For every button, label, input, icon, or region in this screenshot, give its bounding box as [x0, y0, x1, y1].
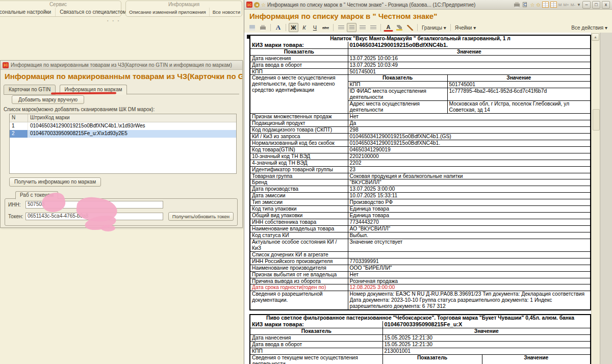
list-item[interactable]: 20104670033950908215Fe_u:X\x1d93y2E5: [10, 130, 236, 138]
titlebar-menu-arrow-icon[interactable]: ▼: [577, 3, 581, 7]
report-cell[interactable]: Наименование производителя: [250, 265, 348, 271]
report-cell[interactable]: Подакцизный продукт: [250, 120, 348, 127]
report-cell[interactable]: Выбыл.: [348, 232, 591, 239]
fill-color-icon[interactable]: [394, 23, 404, 32]
report-cell[interactable]: Код подакцизного товара (СКПТ): [250, 126, 348, 133]
align-justify-icon[interactable]: [368, 23, 378, 32]
scrollbar-thumb[interactable]: [593, 109, 600, 131]
column-header-barcode[interactable]: ШтрихКод марки: [28, 114, 236, 122]
marked-goods-window-titlebar[interactable]: 1C Информация по маркированным товарам и…: [1, 61, 242, 70]
personal-settings-button[interactable]: сональные настройки: [0, 8, 55, 16]
all-actions-menu-button[interactable]: Все действия ▾: [570, 25, 609, 31]
vertical-scrollbar[interactable]: ▲: [591, 33, 600, 364]
report-cell[interactable]: 15.05.2025 12:21:30: [382, 341, 591, 348]
report-cell[interactable]: КИЗ марки товара:: [250, 42, 348, 48]
report-cell[interactable]: 501745001: [348, 68, 591, 75]
borders-menu-button[interactable]: Границы ▾: [420, 25, 448, 31]
report-spreadsheet[interactable]: Напиток "Вкус Манго-Маракуйя " безалкого…: [244, 33, 591, 364]
border-color-icon[interactable]: [405, 23, 415, 32]
calculator-icon[interactable]: [542, 2, 549, 8]
report-cell[interactable]: Московская обл, г Истра, поселок Глебовс…: [447, 101, 591, 114]
save-icon[interactable]: [247, 23, 257, 32]
report-cell[interactable]: 10-значный код ТН ВЭД: [250, 153, 348, 160]
report-cell[interactable]: КПП: [250, 348, 382, 354]
report-cell[interactable]: Код статуса КИ: [250, 232, 348, 239]
report-cell[interactable]: КПП: [348, 82, 447, 88]
memory-mminus-button[interactable]: M-: [571, 3, 575, 7]
tab-gtin-cards[interactable]: Карточки по GTIN: [4, 85, 56, 95]
font-icon[interactable]: A: [273, 23, 283, 32]
report-cell[interactable]: Общий вид упаковки: [250, 213, 348, 219]
font-color-icon[interactable]: А: [384, 23, 393, 32]
report-cell[interactable]: ID ФИАС места осуществления деятельности: [348, 88, 447, 101]
report-cell[interactable]: Розничная продажа: [348, 278, 591, 284]
align-right-icon[interactable]: [358, 23, 367, 32]
report-cell[interactable]: 2202: [348, 160, 591, 166]
align-center-icon[interactable]: [347, 23, 356, 32]
report-cell[interactable]: Показатель: [250, 328, 382, 334]
report-cell[interactable]: Значение: [447, 75, 591, 82]
report-cell[interactable]: Напиток "Вкус Манго-Маракуйя " безалкого…: [250, 35, 591, 42]
report-cell[interactable]: Значение: [348, 48, 591, 55]
close-button[interactable]: x: [602, 1, 610, 9]
back-icon[interactable]: ◄: [254, 2, 260, 8]
report-cell[interactable]: 2202100000: [348, 153, 591, 160]
report-cell[interactable]: Соковая продукция и безалкогольные напит…: [348, 173, 591, 179]
report-cell[interactable]: 0104670033950908215Fe_u:X: [382, 321, 591, 328]
report-cell[interactable]: Дата производства: [250, 186, 348, 193]
column-header-n[interactable]: N: [10, 114, 28, 122]
report-cell[interactable]: Товарная группа: [250, 173, 348, 179]
report-cell[interactable]: Единица товара: [348, 213, 591, 219]
report-cell[interactable]: Показатель: [250, 48, 348, 55]
memory-mplus-button[interactable]: M+: [563, 3, 569, 7]
report-cell[interactable]: Сведения о текущем месте осуществления д…: [250, 354, 382, 364]
report-cell[interactable]: 0104650341290019215o0BdfXNC4b1.: [348, 42, 591, 48]
report-cell[interactable]: Показатель: [382, 354, 482, 364]
add-mark-button[interactable]: Добавить марку вручную: [12, 95, 84, 104]
favorites-star-icon[interactable]: ☆: [261, 2, 266, 8]
report-cell[interactable]: 13.07.2025 3:00:00: [348, 186, 591, 193]
report-cell[interactable]: Единица товара: [348, 206, 591, 213]
report-cell[interactable]: 0104650341290019215o0BdfXNC4b1.(GS): [348, 133, 591, 140]
report-cell[interactable]: Актуальное особое состояния КИ / КиЗ: [250, 239, 348, 251]
scroll-up-icon[interactable]: ▲: [592, 33, 599, 41]
report-cell[interactable]: "ВКУСВИЛЛ": [348, 179, 591, 186]
report-cell[interactable]: Дата эмиссии: [250, 193, 348, 199]
align-left-icon[interactable]: [336, 23, 346, 32]
report-cell[interactable]: Сведения о разрешительной документации.: [250, 291, 348, 310]
report-cell[interactable]: Нет: [348, 114, 591, 120]
maximize-button[interactable]: □: [592, 1, 600, 9]
cells-menu-button[interactable]: Ячейки ▾: [453, 25, 477, 31]
report-cell[interactable]: Список дочерних КИ в агрегате: [250, 251, 348, 258]
report-cell[interactable]: 04650341290019: [348, 146, 591, 153]
change-log-button[interactable]: Описание изменений приложения: [126, 8, 209, 16]
report-cell[interactable]: 298: [348, 126, 591, 133]
report-cell[interactable]: КИЗ марки товара:: [250, 321, 382, 328]
window-titlebar[interactable]: 1C ◄ ☆ Информация по списку марок в " Че…: [244, 0, 612, 10]
report-cell[interactable]: Да: [348, 120, 591, 127]
report-cell[interactable]: 7703399991: [348, 258, 591, 265]
italic-icon[interactable]: К: [299, 23, 309, 32]
report-cell[interactable]: Пиво светлое фильтрованное пастеризованн…: [250, 315, 591, 321]
report-cell[interactable]: 501745001: [447, 82, 591, 88]
bold-icon[interactable]: Ж: [289, 23, 298, 32]
report-cell[interactable]: 4-значный код ТН ВЭД: [250, 160, 348, 166]
report-cell[interactable]: 7734443270: [348, 219, 591, 226]
report-cell[interactable]: Значение: [382, 328, 591, 334]
report-cell[interactable]: 13.07.2025 10:03:49: [348, 62, 591, 68]
report-cell[interactable]: ООО "БИРЕЛЛИ": [348, 265, 591, 271]
report-cell[interactable]: Значение отсутствует: [348, 239, 591, 251]
get-mark-info-button[interactable]: Получить информацию по маркам: [9, 177, 101, 187]
report-cell[interactable]: Нет: [348, 271, 591, 278]
report-cell[interactable]: Дата нанесения: [250, 334, 382, 341]
memory-m-button[interactable]: M: [558, 3, 562, 7]
all-news-button[interactable]: Все новости: [209, 8, 243, 16]
report-cell[interactable]: 1c777895-4ba2-46c1-952d-6cd7c41f6b7d: [447, 88, 591, 101]
report-cell[interactable]: ИНН Российского производителя: [250, 258, 348, 265]
report-cell[interactable]: [348, 251, 591, 258]
report-cell[interactable]: Бренд: [250, 179, 348, 186]
report-cell[interactable]: Код типа упаковки: [250, 206, 348, 213]
report-cell[interactable]: 213001001: [382, 348, 591, 354]
report-cell[interactable]: КПП: [250, 68, 348, 75]
report-cell[interactable]: Нормализованный код без скобок: [250, 140, 348, 146]
